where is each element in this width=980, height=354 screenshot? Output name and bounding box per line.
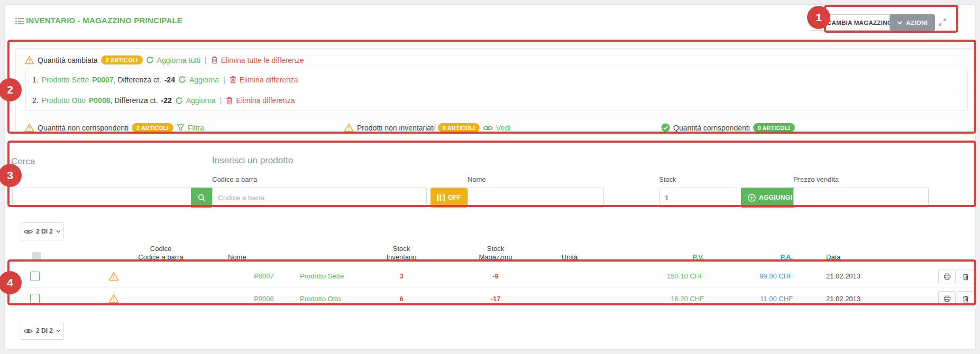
barcode-toggle-label: OFF [448, 194, 461, 201]
warning-icon [24, 55, 34, 64]
refresh-icon [146, 56, 154, 64]
warning-icon [108, 294, 119, 303]
cell-name[interactable]: Prodotto Sette [300, 265, 344, 287]
printer-icon [944, 273, 951, 280]
cell-code[interactable]: P0007 [227, 265, 301, 287]
difference-row: 1. Prodotto Sette P0007, Differenza ct. … [26, 69, 967, 90]
update-all-link[interactable]: Aggiorna tutti [157, 56, 201, 64]
column-unit: Unità [562, 253, 578, 262]
change-warehouse-label: CAMBIA MAGAZZINO [827, 20, 892, 26]
trash-icon [226, 97, 233, 105]
print-button[interactable] [938, 291, 956, 306]
warning-icon [24, 123, 34, 132]
update-link[interactable]: Aggiorna [189, 76, 219, 84]
difference-label: , Differenza ct. [114, 76, 161, 84]
print-button[interactable] [938, 269, 956, 284]
pagination-top-button[interactable]: 2 DI 2 [21, 222, 64, 240]
difference-row: 2. Prodotto Otto P0008, Differenza ct. -… [26, 90, 967, 110]
column-pa: P.A. [728, 253, 793, 262]
row-warning [108, 287, 119, 310]
difference-label: , Differenza ct. [110, 96, 158, 105]
cell-date: 21.02.2013 [826, 287, 860, 310]
actions-button[interactable]: AZIONI [890, 14, 935, 31]
name-input[interactable] [468, 188, 604, 208]
stock-input[interactable] [659, 188, 737, 208]
articles-badge: 2 ARTICOLI [101, 55, 143, 64]
add-button-label: AGGIUNGI [759, 194, 792, 201]
cell-pa: 99.00 CHF [697, 265, 793, 287]
cell-stock-warehouse: -17 [464, 287, 527, 310]
column-pv: P.V. [639, 253, 704, 262]
delete-button[interactable] [957, 269, 974, 284]
search-input[interactable] [12, 188, 191, 208]
separator: | [204, 56, 208, 64]
barcode-input[interactable] [212, 188, 427, 208]
delete-difference-link[interactable]: Elimina differenza [236, 96, 295, 105]
search-button[interactable] [191, 188, 213, 208]
refresh-icon [175, 97, 183, 105]
not-inventoried-label: Prodotti non inventariati [357, 124, 435, 132]
difference-value: -24 [164, 76, 175, 84]
difference-list: 1. Prodotto Sette P0007, Differenza ct. … [25, 69, 968, 111]
annotation-circle-1: 1 [807, 6, 830, 29]
trash-icon [230, 76, 236, 83]
name-label: Nome [468, 175, 486, 183]
pagination-bottom-button[interactable]: 2 DI 2 [21, 322, 64, 340]
product-code: P0008 [89, 96, 110, 105]
list-icon [15, 17, 24, 25]
main-card: INVENTARIO - MAGAZZINO PRINCIPALE CAMBIA… [4, 4, 976, 350]
expand-icon[interactable] [938, 18, 947, 26]
delete-button[interactable] [957, 291, 974, 306]
difference-value: -22 [161, 96, 171, 105]
filter-link[interactable]: Filtra [188, 124, 204, 132]
cell-name[interactable]: Prodotto Otto [300, 287, 341, 310]
view-link[interactable]: Vedi [496, 124, 510, 132]
mismatch-line: Quantità non corrispondenti 2 ARTICOLI F… [24, 123, 204, 132]
cell-code[interactable]: P0008 [227, 287, 301, 310]
product-link[interactable]: Prodotto Otto [42, 96, 86, 105]
filter-icon [177, 124, 185, 132]
trash-icon [963, 295, 969, 303]
sale-price-input[interactable] [793, 188, 929, 208]
cell-pv: 16.20 CHF [608, 287, 704, 310]
select-all-checkbox[interactable] [32, 252, 41, 261]
chevron-down-icon [56, 329, 61, 332]
cell-stock-inventory: 6 [370, 287, 433, 310]
update-link[interactable]: Aggiorna [186, 96, 216, 105]
column-date: Data [826, 253, 840, 262]
barcode-label: Codice a barra [212, 175, 257, 183]
cell-pa: 11.00 CHF [697, 287, 793, 310]
printer-icon [944, 295, 951, 302]
row-number: 2. [32, 96, 39, 105]
cell-stock-warehouse: -9 [464, 265, 527, 287]
actions-label: AZIONI [906, 20, 928, 26]
product-link[interactable]: Prodotto Sette [42, 76, 89, 84]
chevron-down-icon [56, 230, 61, 233]
not-inventoried-line: Prodotti non inventariati 8 ARTICOLI Ved… [344, 123, 510, 132]
trash-icon [963, 273, 969, 281]
plus-circle-icon [748, 194, 756, 202]
table-row: P0008 Prodotto Otto 6 -17 16.20 CHF 11.0… [13, 287, 976, 310]
column-name: Nome [228, 253, 246, 262]
barcode-toggle-button[interactable]: OFF [431, 188, 468, 208]
add-button[interactable]: AGGIUNGI [741, 188, 799, 208]
row-checkbox[interactable] [30, 272, 40, 281]
separator: | [222, 76, 226, 84]
alerts-panel: Quantità cambiata 2 ARTICOLI Aggiorna tu… [15, 48, 976, 135]
row-checkbox[interactable] [30, 294, 40, 303]
search-icon [198, 194, 206, 202]
matching-line: Quantità corrispondenti 0 ARTICOLI [661, 123, 795, 132]
eye-icon [24, 229, 33, 235]
column-code: CodiceCodice a barra [121, 245, 200, 262]
pagination-count: 2 DI 2 [36, 327, 53, 334]
column-stock-warehouse: StockMagazzino [464, 245, 527, 262]
articles-badge: 0 ARTICOLI [753, 123, 795, 132]
articles-badge: 8 ARTICOLI [438, 123, 480, 132]
quantity-changed-label: Quantità cambiata [38, 56, 98, 64]
separator: | [219, 96, 223, 105]
quantity-changed-line: Quantità cambiata 2 ARTICOLI Aggiorna tu… [24, 55, 304, 64]
delete-difference-link[interactable]: Elimina differenza [240, 76, 298, 84]
delete-all-differences-link[interactable]: Elimina tutte le differenze [221, 56, 304, 64]
articles-badge: 2 ARTICOLI [132, 123, 173, 132]
cell-pv: 150.10 CHF [608, 265, 704, 287]
